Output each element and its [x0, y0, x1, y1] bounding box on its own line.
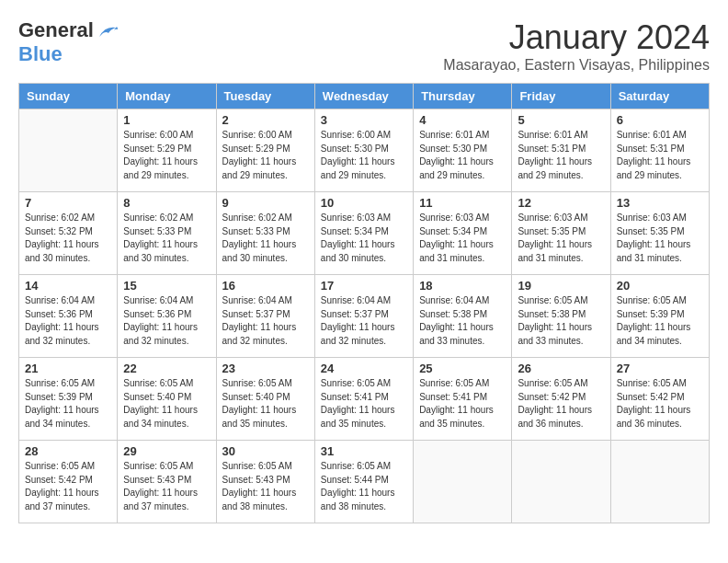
calendar-cell — [19, 109, 118, 192]
calendar-cell: 3 Sunrise: 6:00 AMSunset: 5:30 PMDayligh… — [314, 109, 413, 192]
calendar-cell: 20 Sunrise: 6:05 AMSunset: 5:39 PMDaylig… — [610, 275, 709, 358]
day-number: 21 — [25, 362, 111, 375]
calendar-cell: 7 Sunrise: 6:02 AMSunset: 5:32 PMDayligh… — [19, 192, 118, 275]
cell-info: Sunrise: 6:02 AMSunset: 5:33 PMDaylight:… — [222, 212, 309, 265]
day-number: 13 — [617, 196, 703, 210]
cell-info: Sunrise: 6:00 AMSunset: 5:29 PMDaylight:… — [222, 129, 309, 182]
calendar-cell: 12 Sunrise: 6:03 AMSunset: 5:35 PMDaylig… — [512, 192, 610, 275]
day-number: 14 — [25, 279, 111, 293]
cell-info: Sunrise: 6:05 AMSunset: 5:43 PMDaylight:… — [123, 460, 210, 513]
cell-info: Sunrise: 6:04 AMSunset: 5:37 PMDaylight:… — [321, 294, 407, 348]
calendar-cell: 22 Sunrise: 6:05 AMSunset: 5:40 PMDaylig… — [118, 358, 216, 441]
calendar-cell: 9 Sunrise: 6:02 AMSunset: 5:33 PMDayligh… — [216, 192, 314, 275]
day-number: 6 — [617, 113, 703, 127]
logo-bird-icon — [97, 24, 118, 40]
calendar-cell: 5 Sunrise: 6:01 AMSunset: 5:31 PMDayligh… — [512, 109, 610, 192]
calendar-cell: 29 Sunrise: 6:05 AMSunset: 5:43 PMDaylig… — [118, 441, 216, 523]
month-title: January 2024 — [443, 18, 710, 57]
cell-info: Sunrise: 6:04 AMSunset: 5:36 PMDaylight:… — [25, 294, 111, 348]
cell-info: Sunrise: 6:03 AMSunset: 5:34 PMDaylight:… — [419, 212, 506, 265]
calendar-cell: 10 Sunrise: 6:03 AMSunset: 5:34 PMDaylig… — [314, 192, 413, 275]
cell-info: Sunrise: 6:04 AMSunset: 5:38 PMDaylight:… — [419, 294, 506, 348]
weekday-header-tuesday: Tuesday — [216, 84, 314, 109]
title-block: January 2024 Masarayao, Eastern Visayas,… — [443, 18, 710, 74]
calendar-week-row: 7 Sunrise: 6:02 AMSunset: 5:32 PMDayligh… — [19, 192, 710, 275]
calendar-cell: 6 Sunrise: 6:01 AMSunset: 5:31 PMDayligh… — [610, 109, 709, 192]
page-header: General Blue January 2024 Masarayao, Eas… — [18, 18, 710, 74]
calendar-week-row: 28 Sunrise: 6:05 AMSunset: 5:42 PMDaylig… — [19, 441, 710, 523]
calendar-cell: 24 Sunrise: 6:05 AMSunset: 5:41 PMDaylig… — [314, 358, 413, 441]
cell-info: Sunrise: 6:03 AMSunset: 5:35 PMDaylight:… — [617, 212, 703, 265]
cell-info: Sunrise: 6:05 AMSunset: 5:38 PMDaylight:… — [518, 294, 604, 348]
cell-info: Sunrise: 6:03 AMSunset: 5:34 PMDaylight:… — [321, 212, 407, 265]
calendar-cell: 16 Sunrise: 6:04 AMSunset: 5:37 PMDaylig… — [216, 275, 314, 358]
day-number: 25 — [419, 362, 506, 375]
day-number: 16 — [222, 279, 309, 293]
weekday-header-wednesday: Wednesday — [314, 84, 413, 109]
weekday-header-row: SundayMondayTuesdayWednesdayThursdayFrid… — [19, 84, 710, 109]
calendar-cell: 21 Sunrise: 6:05 AMSunset: 5:39 PMDaylig… — [19, 358, 118, 441]
logo: General Blue — [18, 18, 118, 67]
day-number: 15 — [123, 279, 210, 293]
cell-info: Sunrise: 6:05 AMSunset: 5:42 PMDaylight:… — [25, 460, 111, 513]
logo-blue: Blue — [18, 42, 63, 65]
day-number: 5 — [518, 113, 604, 127]
day-number: 19 — [518, 279, 604, 293]
day-number: 29 — [123, 444, 210, 458]
location-subtitle: Masarayao, Eastern Visayas, Philippines — [443, 57, 710, 74]
calendar-cell: 27 Sunrise: 6:05 AMSunset: 5:42 PMDaylig… — [610, 358, 709, 441]
cell-info: Sunrise: 6:04 AMSunset: 5:37 PMDaylight:… — [222, 294, 309, 348]
cell-info: Sunrise: 6:00 AMSunset: 5:29 PMDaylight:… — [123, 129, 210, 182]
calendar-cell: 26 Sunrise: 6:05 AMSunset: 5:42 PMDaylig… — [512, 358, 610, 441]
day-number: 30 — [222, 444, 309, 458]
cell-info: Sunrise: 6:01 AMSunset: 5:31 PMDaylight:… — [518, 129, 604, 182]
cell-info: Sunrise: 6:01 AMSunset: 5:31 PMDaylight:… — [617, 129, 703, 182]
calendar-cell: 15 Sunrise: 6:04 AMSunset: 5:36 PMDaylig… — [118, 275, 216, 358]
day-number: 9 — [222, 196, 309, 210]
calendar-cell: 17 Sunrise: 6:04 AMSunset: 5:37 PMDaylig… — [314, 275, 413, 358]
calendar-cell: 30 Sunrise: 6:05 AMSunset: 5:43 PMDaylig… — [216, 441, 314, 523]
day-number: 7 — [25, 196, 111, 210]
calendar-cell: 1 Sunrise: 6:00 AMSunset: 5:29 PMDayligh… — [118, 109, 216, 192]
calendar-cell — [414, 441, 512, 523]
day-number: 12 — [518, 196, 604, 210]
day-number: 10 — [321, 196, 407, 210]
cell-info: Sunrise: 6:05 AMSunset: 5:42 PMDaylight:… — [518, 377, 604, 431]
cell-info: Sunrise: 6:05 AMSunset: 5:43 PMDaylight:… — [222, 460, 309, 513]
day-number: 3 — [321, 113, 407, 127]
weekday-header-sunday: Sunday — [19, 84, 118, 109]
cell-info: Sunrise: 6:02 AMSunset: 5:33 PMDaylight:… — [123, 212, 210, 265]
cell-info: Sunrise: 6:05 AMSunset: 5:41 PMDaylight:… — [419, 377, 506, 431]
cell-info: Sunrise: 6:05 AMSunset: 5:39 PMDaylight:… — [25, 377, 111, 431]
calendar-cell: 23 Sunrise: 6:05 AMSunset: 5:40 PMDaylig… — [216, 358, 314, 441]
day-number: 17 — [321, 279, 407, 293]
cell-info: Sunrise: 6:00 AMSunset: 5:30 PMDaylight:… — [321, 129, 407, 182]
day-number: 31 — [321, 444, 407, 458]
cell-info: Sunrise: 6:01 AMSunset: 5:30 PMDaylight:… — [419, 129, 506, 182]
calendar-week-row: 14 Sunrise: 6:04 AMSunset: 5:36 PMDaylig… — [19, 275, 710, 358]
cell-info: Sunrise: 6:04 AMSunset: 5:36 PMDaylight:… — [123, 294, 210, 348]
day-number: 18 — [419, 279, 506, 293]
calendar-cell: 11 Sunrise: 6:03 AMSunset: 5:34 PMDaylig… — [414, 192, 512, 275]
calendar-cell — [610, 441, 709, 523]
day-number: 20 — [617, 279, 703, 293]
day-number: 28 — [25, 444, 111, 458]
day-number: 27 — [617, 362, 703, 375]
calendar-cell — [512, 441, 610, 523]
day-number: 22 — [123, 362, 210, 375]
calendar-cell: 28 Sunrise: 6:05 AMSunset: 5:42 PMDaylig… — [19, 441, 118, 523]
calendar-cell: 2 Sunrise: 6:00 AMSunset: 5:29 PMDayligh… — [216, 109, 314, 192]
cell-info: Sunrise: 6:03 AMSunset: 5:35 PMDaylight:… — [518, 212, 604, 265]
calendar-cell: 13 Sunrise: 6:03 AMSunset: 5:35 PMDaylig… — [610, 192, 709, 275]
day-number: 2 — [222, 113, 309, 127]
calendar-cell: 4 Sunrise: 6:01 AMSunset: 5:30 PMDayligh… — [414, 109, 512, 192]
day-number: 23 — [222, 362, 309, 375]
calendar-cell: 18 Sunrise: 6:04 AMSunset: 5:38 PMDaylig… — [414, 275, 512, 358]
calendar-cell: 25 Sunrise: 6:05 AMSunset: 5:41 PMDaylig… — [414, 358, 512, 441]
calendar-table: SundayMondayTuesdayWednesdayThursdayFrid… — [18, 83, 710, 523]
weekday-header-thursday: Thursday — [414, 84, 512, 109]
cell-info: Sunrise: 6:05 AMSunset: 5:42 PMDaylight:… — [617, 377, 703, 431]
weekday-header-saturday: Saturday — [610, 84, 709, 109]
calendar-cell: 31 Sunrise: 6:05 AMSunset: 5:44 PMDaylig… — [314, 441, 413, 523]
cell-info: Sunrise: 6:05 AMSunset: 5:44 PMDaylight:… — [321, 460, 407, 513]
